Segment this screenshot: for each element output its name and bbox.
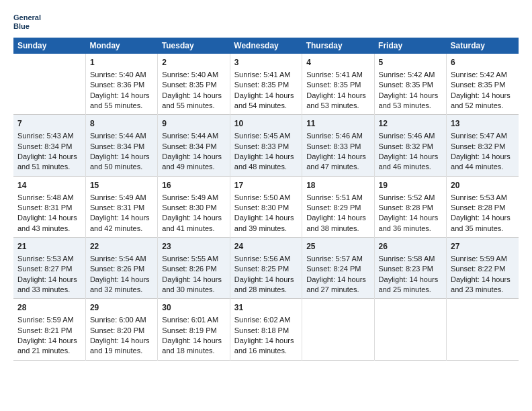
cell-w2-d4: 10Sunrise: 5:45 AMSunset: 8:33 PMDayligh… (230, 115, 302, 176)
sunrise-text: Sunrise: 5:47 AM (451, 131, 515, 141)
day-number: 25 (306, 241, 369, 253)
daylight-text: Daylight: 14 hours and 41 minutes. (162, 213, 225, 234)
cell-w4-d5: 25Sunrise: 5:57 AMSunset: 8:24 PMDayligh… (302, 238, 374, 299)
day-number: 16 (162, 180, 225, 191)
day-number: 8 (90, 118, 153, 130)
sunrise-text: Sunrise: 5:40 AM (162, 70, 225, 80)
sunrise-text: Sunrise: 5:43 AM (17, 131, 81, 141)
cell-w1-d7: 6Sunrise: 5:42 AMSunset: 8:35 PMDaylight… (447, 54, 519, 115)
cell-w4-d4: 24Sunrise: 5:56 AMSunset: 8:25 PMDayligh… (230, 238, 302, 299)
sunrise-text: Sunrise: 5:41 AM (306, 70, 369, 80)
day-header-sunday: Sunday (13, 38, 85, 54)
sunrise-text: Sunrise: 5:46 AM (379, 131, 442, 141)
sunset-text: Sunset: 8:22 PM (451, 264, 515, 274)
day-number: 18 (306, 180, 369, 191)
sunset-text: Sunset: 8:31 PM (17, 203, 81, 213)
day-number: 2 (162, 57, 225, 68)
cell-w4-d6: 26Sunrise: 5:58 AMSunset: 8:23 PMDayligh… (374, 238, 446, 299)
cell-w1-d4: 3Sunrise: 5:41 AMSunset: 8:35 PMDaylight… (230, 54, 302, 115)
svg-text:Blue: Blue (13, 22, 30, 30)
daylight-text: Daylight: 14 hours and 27 minutes. (306, 275, 369, 295)
day-number: 3 (234, 57, 298, 68)
cell-w1-d6: 5Sunrise: 5:42 AMSunset: 8:35 PMDaylight… (374, 54, 446, 115)
daylight-text: Daylight: 14 hours and 19 minutes. (90, 336, 153, 357)
sunset-text: Sunset: 8:32 PM (451, 142, 515, 152)
sunrise-text: Sunrise: 5:53 AM (17, 254, 81, 264)
week-row-2: 7Sunrise: 5:43 AMSunset: 8:34 PMDaylight… (13, 115, 519, 176)
cell-w5-d7 (447, 299, 519, 360)
daylight-text: Daylight: 14 hours and 33 minutes. (17, 275, 81, 295)
sunset-text: Sunset: 8:21 PM (17, 326, 81, 336)
daylight-text: Daylight: 14 hours and 36 minutes. (379, 213, 442, 234)
sunset-text: Sunset: 8:35 PM (451, 80, 515, 90)
daylight-text: Daylight: 14 hours and 39 minutes. (234, 213, 298, 234)
cell-w2-d1: 7Sunrise: 5:43 AMSunset: 8:34 PMDaylight… (13, 115, 85, 176)
day-number: 23 (162, 241, 225, 253)
sunrise-text: Sunrise: 5:49 AM (90, 193, 153, 203)
week-row-4: 21Sunrise: 5:53 AMSunset: 8:27 PMDayligh… (13, 238, 519, 299)
day-number: 24 (234, 241, 298, 253)
sunrise-text: Sunrise: 5:52 AM (379, 193, 442, 203)
sunrise-text: Sunrise: 5:51 AM (306, 193, 369, 203)
daylight-text: Daylight: 14 hours and 50 minutes. (90, 152, 153, 173)
sunset-text: Sunset: 8:34 PM (17, 142, 81, 152)
sunrise-text: Sunrise: 5:58 AM (379, 254, 442, 264)
sunrise-text: Sunrise: 6:00 AM (90, 315, 153, 325)
cell-w5-d5 (302, 299, 374, 360)
cell-w2-d5: 11Sunrise: 5:46 AMSunset: 8:33 PMDayligh… (302, 115, 374, 176)
cell-w3-d5: 18Sunrise: 5:51 AMSunset: 8:29 PMDayligh… (302, 176, 374, 237)
calendar-table: SundayMondayTuesdayWednesdayThursdayFrid… (13, 38, 519, 361)
day-header-wednesday: Wednesday (230, 38, 302, 54)
cell-w2-d3: 9Sunrise: 5:44 AMSunset: 8:34 PMDaylight… (158, 115, 230, 176)
sunset-text: Sunset: 8:20 PM (90, 326, 153, 336)
sunrise-text: Sunrise: 5:56 AM (234, 254, 298, 264)
sunrise-text: Sunrise: 5:46 AM (306, 131, 369, 141)
daylight-text: Daylight: 14 hours and 47 minutes. (306, 152, 369, 173)
day-number: 13 (451, 118, 515, 130)
logo-svg: General Blue (13, 11, 47, 32)
sunrise-text: Sunrise: 5:45 AM (234, 131, 298, 141)
sunset-text: Sunset: 8:33 PM (306, 142, 369, 152)
daylight-text: Daylight: 14 hours and 35 minutes. (451, 213, 515, 234)
sunset-text: Sunset: 8:35 PM (162, 80, 225, 90)
daylight-text: Daylight: 14 hours and 44 minutes. (451, 152, 515, 173)
week-row-3: 14Sunrise: 5:48 AMSunset: 8:31 PMDayligh… (13, 176, 519, 237)
daylight-text: Daylight: 14 hours and 43 minutes. (17, 213, 81, 234)
day-number: 22 (90, 241, 153, 253)
cell-w3-d1: 14Sunrise: 5:48 AMSunset: 8:31 PMDayligh… (13, 176, 85, 237)
day-number: 20 (451, 180, 515, 191)
cell-w2-d2: 8Sunrise: 5:44 AMSunset: 8:34 PMDaylight… (85, 115, 157, 176)
sunset-text: Sunset: 8:19 PM (162, 326, 225, 336)
daylight-text: Daylight: 14 hours and 46 minutes. (379, 152, 442, 173)
sunrise-text: Sunrise: 5:41 AM (234, 70, 298, 80)
daylight-text: Daylight: 14 hours and 30 minutes. (162, 275, 225, 295)
sunset-text: Sunset: 8:31 PM (90, 203, 153, 213)
sunrise-text: Sunrise: 5:53 AM (451, 193, 515, 203)
daylight-text: Daylight: 14 hours and 42 minutes. (90, 213, 153, 234)
header: General Blue (13, 11, 519, 32)
sunrise-text: Sunrise: 5:57 AM (306, 254, 369, 264)
sunrise-text: Sunrise: 6:01 AM (162, 315, 225, 325)
sunrise-text: Sunrise: 5:44 AM (90, 131, 153, 141)
svg-marker-2 (43, 12, 47, 17)
sunset-text: Sunset: 8:32 PM (379, 142, 442, 152)
cell-w3-d4: 17Sunrise: 5:50 AMSunset: 8:30 PMDayligh… (230, 176, 302, 237)
day-number: 19 (379, 180, 442, 191)
day-number: 9 (162, 118, 225, 130)
daylight-text: Daylight: 14 hours and 28 minutes. (234, 275, 298, 295)
sunrise-text: Sunrise: 6:02 AM (234, 315, 298, 325)
sunrise-text: Sunrise: 5:55 AM (162, 254, 225, 264)
sunrise-text: Sunrise: 5:48 AM (17, 193, 81, 203)
daylight-text: Daylight: 14 hours and 53 minutes. (306, 91, 369, 111)
sunset-text: Sunset: 8:28 PM (451, 203, 515, 213)
daylight-text: Daylight: 14 hours and 48 minutes. (234, 152, 298, 173)
day-header-saturday: Saturday (447, 38, 519, 54)
sunrise-text: Sunrise: 5:59 AM (451, 254, 515, 264)
day-header-thursday: Thursday (302, 38, 374, 54)
day-number: 31 (234, 302, 298, 314)
cell-w5-d3: 30Sunrise: 6:01 AMSunset: 8:19 PMDayligh… (158, 299, 230, 360)
cell-w1-d1 (13, 54, 85, 115)
day-header-friday: Friday (374, 38, 446, 54)
daylight-text: Daylight: 14 hours and 38 minutes. (306, 213, 369, 234)
cell-w3-d6: 19Sunrise: 5:52 AMSunset: 8:28 PMDayligh… (374, 176, 446, 237)
